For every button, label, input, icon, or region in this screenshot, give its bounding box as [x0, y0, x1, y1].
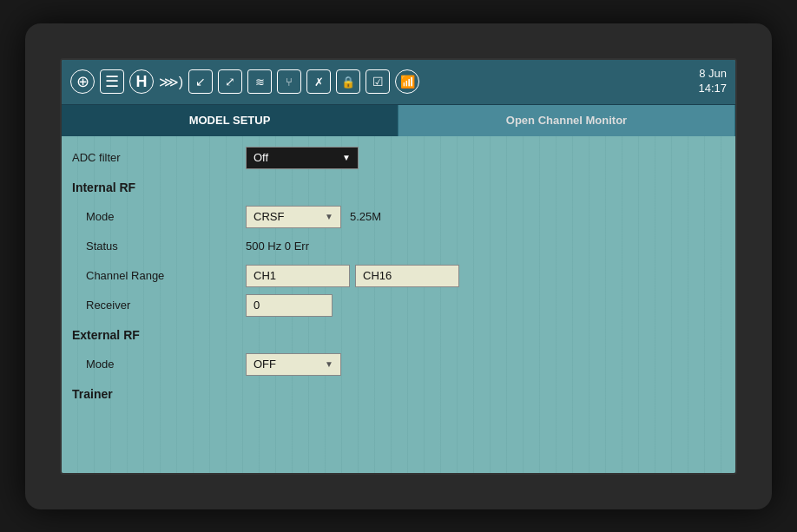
adc-filter-row: ADC filter Off ▼: [72, 143, 725, 173]
external-rf-mode-dropdown[interactable]: OFF ▼: [246, 353, 341, 376]
adc-filter-arrow-icon: ▼: [342, 153, 351, 162]
tab-model-setup[interactable]: MODEL SETUP: [62, 105, 398, 136]
internal-rf-header-row: Internal RF: [72, 173, 725, 202]
toolbar-icons: ⊕ ☰ H ⋙) ↙ ⤢ ≋ ⑂ ✗ 🔒 ☑ 📶: [70, 69, 419, 94]
external-rf-mode-row: Mode OFF ▼: [72, 350, 725, 379]
signal-waves-icon[interactable]: ⋙): [159, 69, 183, 94]
internal-rf-mode-row: Mode CRSF ▼ 5.25M: [72, 202, 725, 232]
cross-arrows-icon[interactable]: ⤢: [218, 69, 242, 94]
toolbar-time: 14:17: [698, 82, 727, 96]
x-box-icon[interactable]: ✗: [306, 69, 331, 94]
toolbar: ⊕ ☰ H ⋙) ↙ ⤢ ≋ ⑂ ✗ 🔒 ☑ 📶 8 Jun 14:17: [62, 60, 735, 105]
h-icon[interactable]: H: [129, 69, 154, 94]
lock-icon[interactable]: 🔒: [336, 69, 360, 94]
internal-rf-mode-dropdown[interactable]: CRSF ▼: [246, 206, 341, 228]
external-rf-header-row: External RF: [72, 320, 725, 350]
channel-range-ch1[interactable]: CH1: [246, 265, 350, 287]
internal-rf-status-label: Status: [72, 240, 246, 253]
channel-range-row: Channel Range CH1 CH16: [72, 261, 725, 291]
external-rf-mode-label: Mode: [72, 358, 246, 371]
ext-mode-dropdown-arrow-icon: ▼: [325, 359, 333, 369]
mode-dropdown-arrow-icon: ▼: [325, 212, 333, 221]
receiver-field[interactable]: 0: [246, 294, 333, 317]
toolbar-datetime: 8 Jun 14:17: [698, 67, 727, 96]
tab-open-channel-monitor[interactable]: Open Channel Monitor: [398, 105, 735, 136]
receiver-row: Receiver 0: [72, 291, 725, 320]
channel-range-label: Channel Range: [72, 269, 246, 282]
internal-rf-status-value: 500 Hz 0 Err: [246, 240, 309, 253]
channel-range-fields: CH1 CH16: [246, 265, 459, 287]
plus-circle-icon[interactable]: ⊕: [70, 69, 95, 94]
internal-rf-mode-label: Mode: [72, 210, 246, 223]
adc-filter-label: ADC filter: [72, 151, 246, 164]
receiver-label: Receiver: [72, 299, 246, 312]
trainer-label: Trainer: [72, 387, 246, 401]
rx-arrow-icon[interactable]: ↙: [188, 69, 213, 94]
channel-range-ch2[interactable]: CH16: [355, 265, 459, 287]
menu-icon[interactable]: ☰: [100, 69, 124, 94]
internal-rf-status-row: Status 500 Hz 0 Err: [72, 232, 725, 261]
adc-filter-dropdown[interactable]: Off ▼: [246, 147, 359, 169]
screen: ⊕ ☰ H ⋙) ↙ ⤢ ≋ ⑂ ✗ 🔒 ☑ 📶 8 Jun 14:17 MOD…: [60, 58, 737, 475]
internal-rf-speed: 5.25M: [350, 210, 381, 223]
internal-rf-label: Internal RF: [72, 181, 246, 194]
nav-tabs: MODEL SETUP Open Channel Monitor: [62, 105, 735, 136]
external-rf-label: External RF: [72, 328, 246, 342]
swim-icon[interactable]: ≋: [247, 69, 272, 94]
content-area: ADC filter Off ▼ Internal RF Mode CRSF ▼: [62, 136, 735, 473]
fork-icon[interactable]: ⑂: [277, 69, 301, 94]
toolbar-date: 8 Jun: [698, 67, 727, 82]
wifi-icon[interactable]: 📶: [395, 69, 419, 94]
internal-rf-mode-fields: CRSF ▼ 5.25M: [246, 206, 381, 228]
check-box-icon[interactable]: ☑: [366, 69, 390, 94]
device-frame: ⊕ ☰ H ⋙) ↙ ⤢ ≋ ⑂ ✗ 🔒 ☑ 📶 8 Jun 14:17 MOD…: [25, 23, 772, 509]
trainer-header-row: Trainer: [72, 379, 725, 409]
